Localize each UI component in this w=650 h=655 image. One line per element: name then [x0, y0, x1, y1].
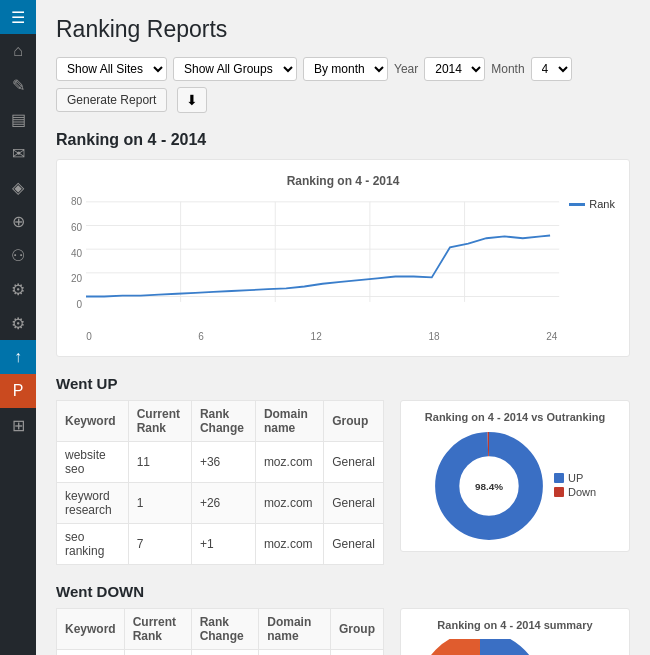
- col-current-rank: Current Rank: [128, 401, 191, 442]
- month-label: Month: [491, 62, 524, 76]
- col-domain-d: Domain name: [259, 609, 331, 650]
- sidebar-icon-media[interactable]: ▤: [0, 102, 36, 136]
- group-select[interactable]: Show All Groups: [173, 57, 297, 81]
- went-up-pie-title: Ranking on 4 - 2014 vs Outranking: [411, 411, 619, 423]
- went-up-table-wrap: Keyword Current Rank Rank Change Domain …: [56, 400, 384, 565]
- table-row: website seo11+36moz.comGeneral: [57, 442, 384, 483]
- col-group: Group: [324, 401, 384, 442]
- col-group-d: Group: [330, 609, 383, 650]
- ranking-section-title: Ranking on 4 - 2014: [56, 131, 630, 149]
- sidebar-icon-special[interactable]: P: [0, 374, 36, 408]
- col-domain: Domain name: [255, 401, 323, 442]
- y-label-0: 0: [71, 299, 82, 310]
- went-down-table: Keyword Current Rank Rank Change Domain …: [56, 608, 384, 655]
- chart-card: Ranking on 4 - 2014 80 60 40 20 0: [56, 159, 630, 357]
- toolbar: Show All Sites Show All Groups By month …: [56, 57, 630, 113]
- month-select[interactable]: 4: [531, 57, 572, 81]
- period-select[interactable]: By month: [303, 57, 388, 81]
- went-down-label: Went DOWN: [56, 583, 630, 600]
- sidebar-icon-home[interactable]: ⌂: [0, 34, 36, 68]
- x-label-0: 0: [86, 331, 92, 342]
- x-label-12: 12: [311, 331, 322, 342]
- donut-svg: 98.4%: [434, 431, 544, 541]
- went-up-label: Went UP: [56, 375, 630, 392]
- sidebar-icon-settings[interactable]: ⚙: [0, 306, 36, 340]
- y-label-80: 80: [71, 196, 82, 207]
- went-up-pie-legend: UP Down: [554, 472, 596, 500]
- line-chart-svg: [86, 196, 559, 326]
- site-select[interactable]: Show All Sites: [56, 57, 167, 81]
- col-keyword: Keyword: [57, 401, 129, 442]
- table-row: keyword research1+26moz.comGeneral: [57, 483, 384, 524]
- went-down-pie-chart: Ranking on 4 - 2014 summary: [400, 608, 630, 655]
- sidebar-icon-menu[interactable]: ☰: [0, 0, 36, 34]
- svg-text:98.4%: 98.4%: [475, 481, 503, 492]
- went-up-pie-chart: Ranking on 4 - 2014 vs Outranking: [400, 400, 630, 552]
- main-content: Ranking Reports Show All Sites Show All …: [36, 0, 650, 655]
- year-select[interactable]: 2014: [424, 57, 485, 81]
- y-label-20: 20: [71, 273, 82, 284]
- y-label-60: 60: [71, 222, 82, 233]
- sidebar-icon-plugins[interactable]: ⊕: [0, 204, 36, 238]
- legend-up: UP: [568, 472, 583, 484]
- went-down-pie-title: Ranking on 4 - 2014 summary: [411, 619, 619, 631]
- col-current-rank-d: Current Rank: [124, 609, 191, 650]
- year-label: Year: [394, 62, 418, 76]
- sidebar-icon-tools[interactable]: ⚙: [0, 272, 36, 306]
- download-button[interactable]: ⬇: [177, 87, 207, 113]
- chart-legend-line: [569, 203, 585, 206]
- sidebar-icon-users[interactable]: ⚇: [0, 238, 36, 272]
- sidebar-icon-posts[interactable]: ✎: [0, 68, 36, 102]
- legend-down: Down: [568, 486, 596, 498]
- col-rank-change-d: Rank Change: [191, 609, 259, 650]
- summary-pie-svg: 22.2% 44.4% 33.3%: [425, 639, 535, 655]
- sidebar-icon-comments[interactable]: ✉: [0, 136, 36, 170]
- sidebar: ☰ ⌂ ✎ ▤ ✉ ◈ ⊕ ⚇ ⚙ ⚙ ↑ P ⊞: [0, 0, 36, 655]
- page-title: Ranking Reports: [56, 16, 630, 43]
- chart-legend-label: Rank: [589, 198, 615, 210]
- col-keyword-d: Keyword: [57, 609, 125, 650]
- col-rank-change: Rank Change: [191, 401, 255, 442]
- sidebar-icon-extra[interactable]: ⊞: [0, 408, 36, 442]
- went-down-section: Went DOWN Keyword Current Rank Rank Chan…: [56, 583, 630, 655]
- sidebar-icon-seo[interactable]: ↑: [0, 340, 36, 374]
- x-label-24: 24: [546, 331, 557, 342]
- generate-report-button[interactable]: Generate Report: [56, 88, 167, 112]
- went-up-section: Went UP Keyword Current Rank Rank Change…: [56, 375, 630, 565]
- table-row: seo3-1moz.comSEO: [57, 650, 384, 656]
- x-label-18: 18: [428, 331, 439, 342]
- chart-title: Ranking on 4 - 2014: [71, 174, 615, 188]
- table-row: seo ranking7+1moz.comGeneral: [57, 524, 384, 565]
- went-down-table-wrap: Keyword Current Rank Rank Change Domain …: [56, 608, 384, 655]
- sidebar-icon-appearance[interactable]: ◈: [0, 170, 36, 204]
- y-label-40: 40: [71, 248, 82, 259]
- x-label-6: 6: [198, 331, 204, 342]
- went-up-table: Keyword Current Rank Rank Change Domain …: [56, 400, 384, 565]
